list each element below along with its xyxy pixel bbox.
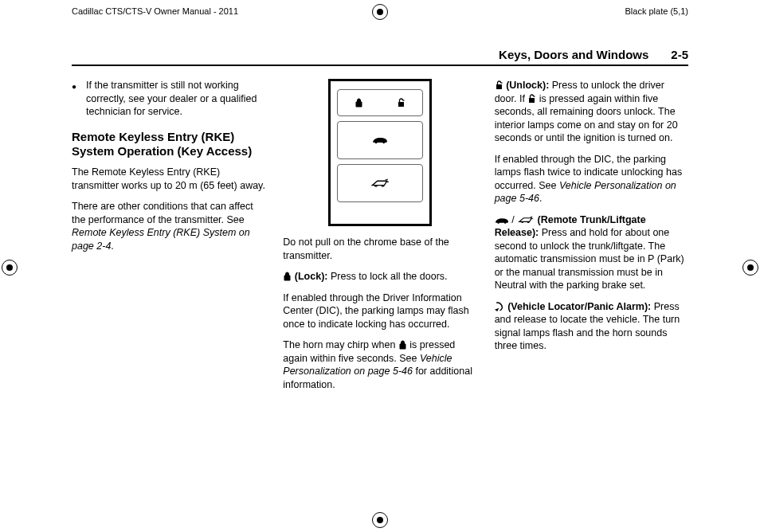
bullet-dot-icon: ● [72, 79, 76, 119]
fig-row-trunk [337, 121, 423, 159]
rke-conditions-text: There are other conditions that can affe… [72, 200, 265, 252]
rke-transmitter-figure [328, 79, 432, 226]
unlock-icon [527, 94, 536, 104]
lock-icon [398, 340, 407, 350]
crop-mark-top [372, 4, 388, 20]
column-1: ● If the transmitter is still not workin… [72, 79, 265, 399]
car-icon [495, 217, 509, 225]
unlock-icon [397, 98, 405, 108]
manual-page: Cadillac CTS/CTS-V Owner Manual - 2011 B… [0, 0, 760, 532]
lock-function-text: (Lock): Press to lock all the doors. [283, 270, 476, 284]
crop-mark-left [2, 260, 18, 276]
manual-title: Cadillac CTS/CTS-V Owner Manual - 2011 [72, 6, 238, 16]
bullet-text: If the transmitter is still not working … [86, 79, 265, 119]
dic-unlock-text: If enabled through the DIC, the parking … [495, 153, 688, 205]
rke-range-text: The Remote Keyless Entry (RKE) transmitt… [72, 166, 265, 192]
lock-icon [283, 272, 292, 281]
section-title: Keys, Doors and Windows [499, 48, 648, 61]
lock-icon [355, 98, 363, 108]
xref-rke-system: Remote Keyless Entry (RKE) System on pag… [72, 227, 250, 252]
dic-lock-text: If enabled through the Driver Informatio… [283, 291, 476, 331]
liftgate-icon [370, 178, 390, 189]
panic-icon [495, 301, 505, 311]
crop-mark-bottom [372, 512, 388, 528]
fig-row-locks [337, 89, 423, 116]
chrome-base-text: Do not pull on the chrome base of the tr… [283, 236, 476, 262]
header-rule [72, 65, 688, 66]
page-number: 2-5 [671, 48, 688, 61]
fig-row-liftgate [337, 164, 423, 202]
running-header: Keys, Doors and Windows 2-5 [72, 48, 688, 61]
column-2: Do not pull on the chrome base of the tr… [283, 79, 476, 399]
horn-chirp-text: The horn may chirp when is pressed again… [283, 338, 476, 391]
liftgate-icon [517, 216, 535, 225]
bullet-item: ● If the transmitter is still not workin… [72, 79, 265, 119]
unlock-icon [495, 80, 503, 90]
crop-mark-right [742, 260, 758, 276]
column-3: (Unlock): Press to unlock the driver doo… [495, 79, 688, 399]
car-icon [372, 136, 388, 144]
panic-alarm-text: (Vehicle Locator/Panic Alarm): Press and… [495, 300, 688, 353]
rke-heading: Remote Keyless Entry (RKE) System Operat… [72, 130, 265, 160]
trunk-release-text: / (Remote Trunk/Liftgate Release): Press… [495, 213, 688, 292]
unlock-function-text: (Unlock): Press to unlock the driver doo… [495, 79, 688, 145]
plate-info: Black plate (5,1) [625, 6, 688, 16]
